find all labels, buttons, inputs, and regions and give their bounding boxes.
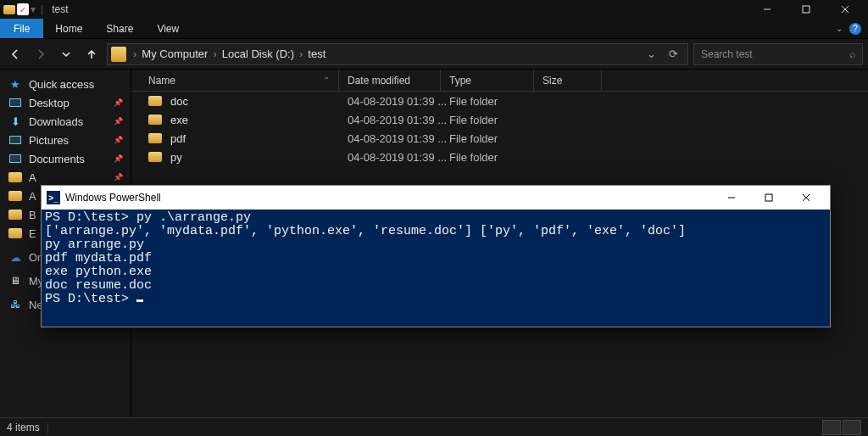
qat-divider-icon: ▾ [31,3,36,15]
file-name: doc [170,95,348,108]
sidebar-item-desktop[interactable]: Desktop📌 [0,93,131,112]
pin-icon: 📌 [114,173,122,182]
breadcrumb-item[interactable]: Local Disk (D:) [219,48,298,60]
folder-icon [8,170,22,184]
sidebar-item-label: A [29,171,36,184]
ribbon-home-tab[interactable]: Home [43,19,94,38]
svg-rect-1 [765,194,772,201]
file-row[interactable]: exe04-08-2019 01:39 ...File folder [131,110,868,129]
folder-app-icon [3,5,15,14]
sidebar-item-quick-access[interactable]: ★Quick access [0,75,131,93]
library-icon [8,152,22,165]
powershell-titlebar[interactable]: >_ Windows PowerShell [42,186,830,210]
powershell-title: Windows PowerShell [65,192,161,204]
ps-close-button[interactable] [787,186,825,210]
search-input[interactable]: Search test ⌕ [693,43,863,65]
close-button[interactable] [826,0,865,19]
view-details-button[interactable] [822,420,841,435]
ps-minimize-button[interactable] [713,186,750,210]
status-item-count: 4 items [7,422,40,433]
ribbon-collapse-icon[interactable]: ⌄ [836,24,843,33]
breadcrumb[interactable]: › My Computer › Local Disk (D:) › test ⌄… [107,43,688,65]
status-bar: 4 items | [0,417,868,436]
help-icon[interactable]: ? [849,23,861,35]
window-title: test [52,3,68,15]
qat-checkbox-icon[interactable]: ✓ [17,3,29,15]
nav-up-button[interactable] [81,44,102,64]
folder-icon [148,133,162,143]
pin-icon: 📌 [114,136,122,144]
address-bar: › My Computer › Local Disk (D:) › test ⌄… [0,39,868,70]
refresh-icon[interactable]: ⟳ [662,48,684,60]
svg-rect-0 [803,6,810,13]
file-row[interactable]: pdf04-08-2019 01:39 ...File folder [131,129,868,148]
search-icon: ⌕ [849,48,855,60]
view-thumbnails-button[interactable] [843,420,861,435]
file-type: File folder [449,95,542,108]
breadcrumb-item[interactable]: My Computer [138,48,211,60]
breadcrumb-dropdown-icon[interactable]: ⌄ [640,48,662,60]
maximize-button[interactable] [787,0,826,19]
file-date: 04-08-2019 01:39 ... [348,114,449,126]
file-row[interactable]: py04-08-2019 01:39 ...File folder [131,148,868,166]
file-date: 04-08-2019 01:39 ... [348,95,449,108]
sidebar-item-label: Quick access [29,78,94,91]
sidebar-item-label: B [29,209,36,221]
file-date: 04-08-2019 01:39 ... [348,151,449,164]
library-icon [8,96,22,109]
sidebar-item-label: E [29,227,36,240]
sidebar-item-label: Documents [29,153,85,165]
pin-icon: 📌 [114,117,122,126]
ribbon-file-tab[interactable]: File [0,19,43,38]
breadcrumb-item[interactable]: test [304,48,329,60]
downloads-icon: ⬇ [8,115,22,128]
folder-icon [148,152,162,162]
location-folder-icon [111,47,126,62]
pin-icon: 📌 [114,154,122,163]
ribbon-view-tab[interactable]: View [145,19,191,38]
column-header-name[interactable]: Name⌃ [131,70,339,91]
folder-icon [148,115,162,125]
file-date: 04-08-2019 01:39 ... [348,132,449,145]
minimize-button[interactable] [748,0,787,19]
sidebar-item-documents[interactable]: Documents📌 [0,149,131,168]
column-headers: Name⌃ Date modified Type Size [131,70,868,92]
column-header-date[interactable]: Date modified [339,70,441,91]
sidebar-item-a[interactable]: A📌 [0,168,131,187]
file-type: File folder [449,132,542,145]
folder-icon [8,226,22,240]
file-type: File folder [449,151,542,164]
nav-recent-button[interactable] [56,44,76,64]
ribbon: File Home Share View ⌄ ? [0,19,868,39]
file-row[interactable]: doc04-08-2019 01:39 ...File folder [131,92,868,110]
file-type: File folder [449,114,542,126]
ps-maximize-button[interactable] [750,186,787,210]
nav-back-button[interactable] [5,44,25,64]
pc-icon: 🖥 [8,274,22,288]
powershell-console[interactable]: PS D:\test> py .\arrange.py ['arrange.py… [42,210,830,327]
titlebar-quick-icons: ✓ ▾ [3,3,36,15]
sidebar-item-label: Pictures [29,134,69,147]
network-icon: 🖧 [8,298,22,311]
column-header-type[interactable]: Type [441,70,534,91]
nav-forward-button[interactable] [31,44,51,64]
star-icon: ★ [8,77,22,91]
window-titlebar: ✓ ▾ | test [0,0,868,19]
search-placeholder: Search test [701,48,753,60]
sidebar-item-label: A [29,190,36,203]
file-name: pdf [170,132,348,145]
file-name: py [170,151,348,164]
titlebar-separator: | [41,3,43,15]
column-header-size[interactable]: Size [534,70,602,91]
powershell-window[interactable]: >_ Windows PowerShell PS D:\test> py .\a… [41,185,831,327]
sidebar-item-pictures[interactable]: Pictures📌 [0,131,131,149]
sidebar-item-downloads[interactable]: ⬇Downloads📌 [0,112,131,131]
pin-icon: 📌 [114,98,122,107]
sidebar-item-label: Downloads [29,115,83,128]
sidebar-item-label: Desktop [29,97,70,109]
ribbon-share-tab[interactable]: Share [94,19,145,38]
folder-icon [148,96,162,106]
library-icon [8,133,22,147]
onedrive-icon: ☁ [8,250,22,264]
file-name: exe [170,114,348,126]
